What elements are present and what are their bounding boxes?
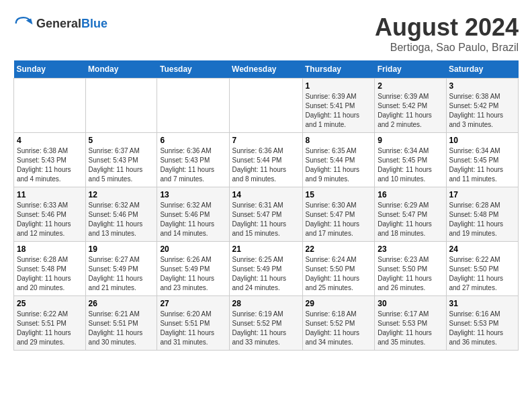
day-info: Sunrise: 6:30 AM Sunset: 5:47 PM Dayligh… bbox=[306, 201, 372, 238]
day-info: Sunrise: 6:38 AM Sunset: 5:42 PM Dayligh… bbox=[449, 92, 516, 130]
day-info: Sunrise: 6:32 AM Sunset: 5:46 PM Dayligh… bbox=[160, 201, 226, 238]
day-number: 20 bbox=[160, 244, 226, 254]
day-info: Sunrise: 6:27 AM Sunset: 5:49 PM Dayligh… bbox=[89, 255, 154, 293]
day-of-week-header: Saturday bbox=[446, 60, 519, 79]
main-title: August 2024 bbox=[375, 13, 519, 42]
day-number: 18 bbox=[17, 244, 83, 254]
calendar-cell: 9Sunrise: 6:34 AM Sunset: 5:45 PM Daylig… bbox=[375, 133, 446, 187]
calendar-cell: 17Sunrise: 6:28 AM Sunset: 5:48 PM Dayli… bbox=[446, 187, 519, 242]
day-info: Sunrise: 6:33 AM Sunset: 5:46 PM Dayligh… bbox=[17, 201, 83, 238]
calendar-cell: 10Sunrise: 6:34 AM Sunset: 5:45 PM Dayli… bbox=[446, 133, 519, 187]
day-info: Sunrise: 6:22 AM Sunset: 5:50 PM Dayligh… bbox=[449, 255, 516, 293]
day-info: Sunrise: 6:36 AM Sunset: 5:44 PM Dayligh… bbox=[232, 146, 300, 184]
day-number: 16 bbox=[378, 190, 443, 199]
day-number: 4 bbox=[17, 136, 83, 145]
day-info: Sunrise: 6:18 AM Sunset: 5:52 PM Dayligh… bbox=[306, 310, 372, 347]
day-of-week-header: Tuesday bbox=[157, 60, 229, 79]
day-info: Sunrise: 6:36 AM Sunset: 5:43 PM Dayligh… bbox=[160, 146, 226, 184]
day-of-week-header: Monday bbox=[85, 60, 157, 79]
calendar-cell: 1Sunrise: 6:39 AM Sunset: 5:41 PM Daylig… bbox=[302, 79, 375, 133]
calendar-cell bbox=[85, 79, 157, 133]
day-number: 17 bbox=[449, 190, 516, 199]
calendar-cell bbox=[14, 79, 86, 133]
day-number: 22 bbox=[306, 244, 372, 254]
day-number: 24 bbox=[449, 244, 516, 254]
day-number: 9 bbox=[378, 136, 443, 145]
calendar-cell: 6Sunrise: 6:36 AM Sunset: 5:43 PM Daylig… bbox=[157, 133, 229, 187]
day-info: Sunrise: 6:29 AM Sunset: 5:47 PM Dayligh… bbox=[378, 201, 443, 238]
header-row: SundayMondayTuesdayWednesdayThursdayFrid… bbox=[14, 60, 519, 79]
calendar-cell: 12Sunrise: 6:32 AM Sunset: 5:46 PM Dayli… bbox=[85, 187, 157, 242]
day-info: Sunrise: 6:37 AM Sunset: 5:43 PM Dayligh… bbox=[89, 146, 154, 184]
day-of-week-header: Sunday bbox=[14, 60, 86, 79]
day-info: Sunrise: 6:23 AM Sunset: 5:50 PM Dayligh… bbox=[378, 255, 443, 293]
logo-icon bbox=[13, 13, 34, 34]
day-info: Sunrise: 6:26 AM Sunset: 5:49 PM Dayligh… bbox=[160, 255, 226, 293]
day-info: Sunrise: 6:39 AM Sunset: 5:41 PM Dayligh… bbox=[306, 92, 372, 130]
day-number: 30 bbox=[378, 299, 443, 308]
day-info: Sunrise: 6:24 AM Sunset: 5:50 PM Dayligh… bbox=[306, 255, 372, 293]
calendar-cell: 22Sunrise: 6:24 AM Sunset: 5:50 PM Dayli… bbox=[302, 242, 375, 296]
calendar-cell: 4Sunrise: 6:38 AM Sunset: 5:43 PM Daylig… bbox=[14, 133, 86, 187]
day-number: 23 bbox=[378, 244, 443, 254]
calendar-cell: 13Sunrise: 6:32 AM Sunset: 5:46 PM Dayli… bbox=[157, 187, 229, 242]
subtitle: Bertioga, Sao Paulo, Brazil bbox=[375, 42, 519, 54]
calendar-body: 1Sunrise: 6:39 AM Sunset: 5:41 PM Daylig… bbox=[14, 79, 519, 351]
day-number: 10 bbox=[449, 136, 516, 145]
calendar-cell: 5Sunrise: 6:37 AM Sunset: 5:43 PM Daylig… bbox=[85, 133, 157, 187]
calendar-cell: 19Sunrise: 6:27 AM Sunset: 5:49 PM Dayli… bbox=[85, 242, 157, 296]
calendar-cell: 14Sunrise: 6:31 AM Sunset: 5:47 PM Dayli… bbox=[229, 187, 302, 242]
day-number: 6 bbox=[160, 136, 226, 145]
calendar-table: SundayMondayTuesdayWednesdayThursdayFrid… bbox=[13, 60, 519, 351]
day-number: 13 bbox=[160, 190, 226, 199]
day-number: 27 bbox=[160, 299, 226, 308]
day-number: 7 bbox=[232, 136, 300, 145]
day-info: Sunrise: 6:32 AM Sunset: 5:46 PM Dayligh… bbox=[89, 201, 154, 238]
day-number: 3 bbox=[449, 81, 516, 91]
calendar-week-row: 18Sunrise: 6:28 AM Sunset: 5:48 PM Dayli… bbox=[14, 242, 519, 296]
calendar-cell: 27Sunrise: 6:20 AM Sunset: 5:51 PM Dayli… bbox=[157, 296, 229, 351]
day-info: Sunrise: 6:28 AM Sunset: 5:48 PM Dayligh… bbox=[17, 255, 83, 293]
day-number: 1 bbox=[306, 81, 372, 91]
calendar-week-row: 4Sunrise: 6:38 AM Sunset: 5:43 PM Daylig… bbox=[14, 133, 519, 187]
calendar-cell: 3Sunrise: 6:38 AM Sunset: 5:42 PM Daylig… bbox=[446, 79, 519, 133]
day-of-week-header: Friday bbox=[375, 60, 446, 79]
day-number: 29 bbox=[306, 299, 372, 308]
title-area: August 2024 Bertioga, Sao Paulo, Brazil bbox=[375, 13, 519, 54]
day-number: 21 bbox=[232, 244, 300, 254]
logo-text-general: General bbox=[36, 17, 81, 30]
calendar-cell: 11Sunrise: 6:33 AM Sunset: 5:46 PM Dayli… bbox=[14, 187, 86, 242]
day-info: Sunrise: 6:39 AM Sunset: 5:42 PM Dayligh… bbox=[378, 92, 443, 130]
day-number: 15 bbox=[306, 190, 372, 199]
logo-text-blue: Blue bbox=[81, 17, 107, 30]
day-number: 2 bbox=[378, 81, 443, 91]
calendar-cell: 31Sunrise: 6:16 AM Sunset: 5:53 PM Dayli… bbox=[446, 296, 519, 351]
day-info: Sunrise: 6:16 AM Sunset: 5:53 PM Dayligh… bbox=[449, 310, 516, 347]
calendar-week-row: 11Sunrise: 6:33 AM Sunset: 5:46 PM Dayli… bbox=[14, 187, 519, 242]
day-info: Sunrise: 6:35 AM Sunset: 5:44 PM Dayligh… bbox=[306, 146, 372, 184]
day-info: Sunrise: 6:34 AM Sunset: 5:45 PM Dayligh… bbox=[449, 146, 516, 184]
day-number: 25 bbox=[17, 299, 83, 308]
day-info: Sunrise: 6:17 AM Sunset: 5:53 PM Dayligh… bbox=[378, 310, 443, 347]
calendar-cell: 15Sunrise: 6:30 AM Sunset: 5:47 PM Dayli… bbox=[302, 187, 375, 242]
logo: General Blue bbox=[13, 13, 107, 34]
day-number: 8 bbox=[306, 136, 372, 145]
header: General Blue August 2024 Bertioga, Sao P… bbox=[13, 13, 519, 54]
day-info: Sunrise: 6:21 AM Sunset: 5:51 PM Dayligh… bbox=[89, 310, 154, 347]
day-number: 28 bbox=[232, 299, 300, 308]
day-info: Sunrise: 6:28 AM Sunset: 5:48 PM Dayligh… bbox=[449, 201, 516, 238]
calendar-cell: 24Sunrise: 6:22 AM Sunset: 5:50 PM Dayli… bbox=[446, 242, 519, 296]
day-number: 14 bbox=[232, 190, 300, 199]
calendar-cell: 7Sunrise: 6:36 AM Sunset: 5:44 PM Daylig… bbox=[229, 133, 302, 187]
calendar-cell: 20Sunrise: 6:26 AM Sunset: 5:49 PM Dayli… bbox=[157, 242, 229, 296]
day-number: 12 bbox=[89, 190, 154, 199]
day-number: 11 bbox=[17, 190, 83, 199]
calendar-cell: 2Sunrise: 6:39 AM Sunset: 5:42 PM Daylig… bbox=[375, 79, 446, 133]
calendar-cell: 25Sunrise: 6:22 AM Sunset: 5:51 PM Dayli… bbox=[14, 296, 86, 351]
calendar-week-row: 1Sunrise: 6:39 AM Sunset: 5:41 PM Daylig… bbox=[14, 79, 519, 133]
day-of-week-header: Thursday bbox=[302, 60, 375, 79]
calendar-cell: 23Sunrise: 6:23 AM Sunset: 5:50 PM Dayli… bbox=[375, 242, 446, 296]
calendar-cell: 21Sunrise: 6:25 AM Sunset: 5:49 PM Dayli… bbox=[229, 242, 302, 296]
day-number: 31 bbox=[449, 299, 516, 308]
day-info: Sunrise: 6:19 AM Sunset: 5:52 PM Dayligh… bbox=[232, 310, 300, 347]
